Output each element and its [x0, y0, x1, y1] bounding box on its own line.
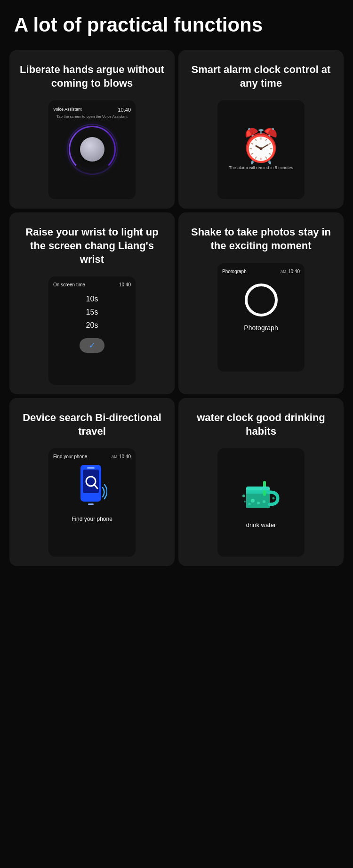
card-voice-assistant: Liberate hands argue without coming to b… — [9, 50, 175, 209]
card-title-raise-wrist: Raise your wrist to light up the screen … — [18, 226, 166, 266]
photo-am: AM — [281, 269, 286, 274]
photo-header: Photograph AM 10:40 — [222, 269, 300, 274]
svg-rect-8 — [246, 505, 270, 508]
page-title: A lot of practical functions — [9, 14, 344, 36]
onscreen-toggle[interactable]: ✓ — [80, 338, 104, 353]
card-smart-alarm: Smart alarm clock control at any time ⏰ … — [178, 50, 344, 209]
alarm-clock-icon: ⏰ — [241, 130, 281, 162]
svg-point-15 — [242, 495, 245, 497]
find-label-top: Find your phone — [53, 454, 87, 459]
voice-assistant-screen: Voice Assistant 10:40 Tap the screen to … — [48, 100, 136, 199]
photo-time: 10:40 — [288, 269, 300, 274]
va-button[interactable] — [80, 137, 104, 162]
find-phone-icon — [77, 464, 107, 511]
find-am: AM — [112, 454, 117, 459]
card-raise-wrist: Raise your wrist to light up the screen … — [9, 212, 175, 394]
mug-icon — [242, 477, 280, 515]
photo-shutter-icon — [245, 284, 278, 316]
photo-screen: Photograph AM 10:40 Photograph — [217, 263, 305, 372]
onscreen-time: 10:40 — [119, 282, 131, 287]
onscreen-option-2: 15s — [86, 308, 98, 316]
water-screen: drink water — [217, 448, 305, 557]
svg-point-16 — [272, 497, 274, 499]
svg-rect-14 — [246, 487, 270, 490]
svg-point-12 — [248, 503, 250, 505]
alarm-reminder-text: The alarm will remind in 5 minutes — [229, 165, 293, 170]
find-phone-icon-container — [77, 464, 107, 511]
find-header: Find your phone AM 10:40 — [53, 454, 131, 459]
water-bottom-label: drink water — [246, 521, 276, 528]
find-bottom-label: Find your phone — [72, 516, 112, 522]
va-circle — [66, 123, 118, 175]
photo-bottom-label: Photograph — [244, 324, 278, 332]
card-title-smart-alarm: Smart alarm clock control at any time — [187, 63, 335, 90]
onscreen-option-3: 20s — [86, 321, 98, 330]
va-time: 10:40 — [118, 107, 131, 113]
feature-grid: Liberate hands argue without coming to b… — [9, 50, 344, 566]
checkmark-icon: ✓ — [89, 341, 95, 350]
card-title-water-clock: water clock good drinking habits — [187, 411, 335, 438]
card-title-find-phone: Device search Bi-directional travel — [18, 411, 166, 438]
card-title-photograph: Shake to take photos stay in the excitin… — [187, 226, 335, 252]
card-photograph: Shake to take photos stay in the excitin… — [178, 212, 344, 394]
svg-rect-5 — [88, 503, 94, 505]
onscreen-label: On screen time — [53, 282, 85, 287]
onscreen-option-1: 10s — [86, 295, 98, 303]
va-subtitle: Tap the screen to open the Voice Assista… — [56, 114, 128, 119]
onscreen-screen: On screen time 10:40 10s 15s 20s ✓ — [48, 276, 136, 385]
svg-point-11 — [257, 502, 260, 504]
va-header-label: Voice Assistant — [53, 107, 82, 113]
va-header: Voice Assistant 10:40 — [53, 107, 131, 113]
mug-container — [242, 477, 280, 515]
page-wrapper: A lot of practical functions Liberate ha… — [0, 0, 353, 585]
alarm-screen: ⏰ The alarm will remind in 5 minutes — [217, 100, 305, 199]
photo-label-top: Photograph — [222, 269, 247, 274]
onscreen-header: On screen time 10:40 — [53, 282, 131, 287]
find-phone-screen: Find your phone AM 10:40 — [48, 448, 136, 557]
svg-rect-2 — [87, 467, 95, 469]
find-time: 10:40 — [119, 454, 131, 459]
card-water-clock: water clock good drinking habits — [178, 398, 344, 566]
svg-point-17 — [244, 501, 246, 503]
onscreen-options: 10s 15s 20s — [86, 295, 98, 330]
svg-point-10 — [251, 499, 255, 503]
svg-rect-1 — [83, 470, 99, 493]
card-title-voice-assistant: Liberate hands argue without coming to b… — [18, 63, 166, 90]
card-find-phone: Device search Bi-directional travel Find… — [9, 398, 175, 566]
svg-point-13 — [263, 500, 265, 503]
